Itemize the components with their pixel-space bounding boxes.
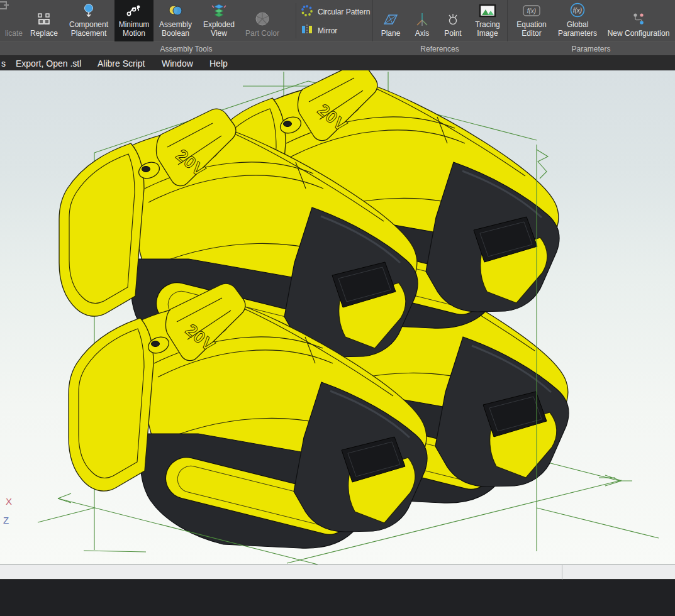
replace-icon [36, 11, 52, 27]
3d-viewport[interactable]: 20V 20V 20V 20V X Z [0, 70, 675, 564]
menu-item-help[interactable]: Help [209, 56, 228, 71]
triad-z-label: Z [3, 515, 9, 525]
point-label: Point [444, 29, 461, 38]
fx-glyph: f(x) [573, 7, 582, 14]
component-placement-label: Component Placement [64, 20, 113, 38]
axis-icon [415, 11, 430, 27]
axis-button[interactable]: Axis [408, 0, 437, 41]
plane-label: Plane [381, 29, 401, 38]
ribbon: licate Replace Component Placement [0, 0, 675, 55]
equation-editor-button[interactable]: f(x) Equation Editor [511, 0, 552, 41]
mirror-label: Mirror [318, 26, 337, 35]
point-button[interactable]: Point [438, 0, 467, 41]
point-icon [445, 11, 460, 27]
mirror-icon [301, 23, 313, 38]
menu-item-partial[interactable]: s [1, 56, 6, 71]
minimum-motion-icon [126, 2, 142, 18]
axis-flag-marker [537, 150, 548, 179]
assembly-boolean-icon [167, 2, 184, 18]
equation-editor-icon: f(x) [522, 2, 541, 18]
group-label-assembly-tools: Assembly Tools [0, 42, 372, 55]
plane-icon [382, 11, 399, 27]
axis-label: Axis [415, 29, 430, 38]
ribbon-buttons-row: licate Replace Component Placement [0, 0, 675, 41]
circular-pattern-icon [301, 4, 313, 19]
group-label-references: References [372, 42, 507, 55]
duplicate-label: licate [5, 29, 23, 38]
menu-item-export[interactable]: Export, Open .stl [16, 56, 81, 71]
minimum-motion-label: Minimum Motion [114, 20, 153, 38]
component-placement-button[interactable]: Component Placement [64, 0, 113, 41]
part-color-label: Part Color [245, 29, 279, 38]
equation-editor-label: Equation Editor [511, 20, 552, 38]
triad-x-label: X [6, 496, 12, 507]
plane-button[interactable]: Plane [376, 0, 406, 41]
tracing-image-label: Tracing Image [468, 20, 507, 38]
tracing-image-button[interactable]: Tracing Image [468, 0, 507, 41]
bottom-panel [0, 579, 675, 616]
global-parameters-label: Global Parameters [553, 20, 602, 38]
assembly-boolean-button[interactable]: Assembly Boolean [155, 0, 196, 41]
status-bar [0, 564, 675, 579]
menu-item-alibre-script[interactable]: Alibre Script [98, 56, 145, 71]
assembly-boolean-label: Assembly Boolean [155, 20, 196, 38]
menubar: s Export, Open .stl Alibre Script Window… [0, 55, 675, 70]
minimum-motion-button[interactable]: Minimum Motion [114, 0, 153, 41]
global-parameters-icon: f(x) [569, 2, 586, 18]
exploded-view-icon [211, 2, 226, 18]
replace-button[interactable]: Replace [21, 0, 67, 41]
status-bar-divider [562, 565, 562, 580]
part-color-button[interactable]: Part Color [242, 0, 283, 41]
global-parameters-button[interactable]: f(x) Global Parameters [553, 0, 602, 41]
exploded-view-label: Exploded View [198, 20, 240, 38]
ribbon-group-labels: Assembly Tools References Parameters [0, 41, 675, 55]
mirror-button[interactable]: Mirror [301, 23, 337, 38]
menu-item-window[interactable]: Window [162, 56, 193, 71]
component-placement-icon [81, 2, 96, 18]
fx-glyph: f(x) [527, 8, 536, 14]
circular-pattern-label: Circular Pattern [318, 8, 370, 16]
new-configuration-icon [631, 11, 646, 27]
replace-label: Replace [30, 29, 58, 38]
ribbon-divider [296, 3, 296, 38]
group-label-parameters: Parameters [507, 42, 675, 55]
part-color-icon [254, 11, 271, 27]
circular-pattern-button[interactable]: Circular Pattern [301, 4, 370, 19]
new-configuration-button[interactable]: New Configuration [602, 0, 675, 41]
exploded-view-button[interactable]: Exploded View [198, 0, 240, 41]
tracing-image-icon [479, 2, 496, 18]
new-configuration-label: New Configuration [608, 29, 670, 38]
viewport-canvas[interactable]: 20V 20V 20V 20V X Z [0, 70, 675, 564]
